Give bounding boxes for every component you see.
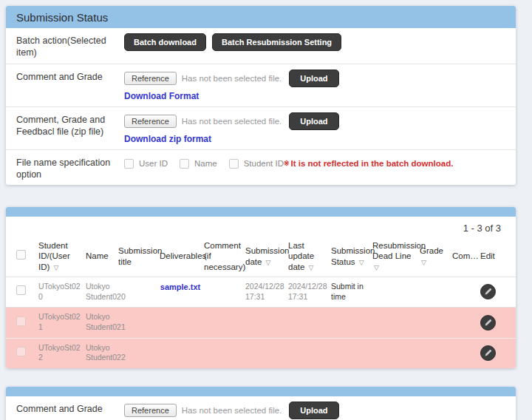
table-row: UTokyoSt021 Utokyo Student021 <box>6 308 516 338</box>
row-checkbox-disabled <box>16 316 26 326</box>
deliverables-cell <box>158 308 202 338</box>
name-cell: Utokyo Student020 <box>84 277 117 308</box>
resubmission-dead-line-cell <box>371 277 418 308</box>
panel-accent-bar <box>6 207 516 217</box>
last-update-date-cell <box>287 308 330 338</box>
submissions-table: Student ID/(User ID) ▽ Name Submission t… <box>6 236 516 368</box>
edit-button[interactable] <box>480 345 496 361</box>
submission-status-cell <box>330 338 371 368</box>
column-resubmission-dead-line[interactable]: Resubmission Dead Line ▽ <box>371 236 418 277</box>
table-header-row: Student ID/(User ID) ▽ Name Submission t… <box>6 236 516 277</box>
note-reference-mark: ※ <box>284 160 290 167</box>
pencil-icon <box>483 318 493 328</box>
file-name-option-row: File name specification option User ID N… <box>6 149 516 186</box>
comment-cell <box>202 277 244 308</box>
comment-grade-label: Comment and Grade <box>16 400 124 420</box>
submission-status-cell <box>330 308 371 338</box>
student-id-cell: UTokyoSt021 <box>37 308 84 338</box>
comment-grade-zip-row: Comment, Grade and Feedbacl file (zip fi… <box>6 106 516 149</box>
last-update-date-cell <box>287 338 330 368</box>
sort-icon: ▽ <box>266 259 271 266</box>
file-status-text: Has not been selected file. <box>182 74 282 83</box>
name-cell: Utokyo Student022 <box>84 338 117 368</box>
comment-short-cell <box>451 277 479 308</box>
submissions-table-panel: 1 - 3 of 3 Student ID/(User ID) ▽ Name S… <box>6 207 516 368</box>
comment-grade-row: Comment and Grade Reference Has not been… <box>6 64 516 106</box>
column-submission-status[interactable]: Submission Status ▽ <box>330 236 371 277</box>
sort-icon: ▽ <box>54 264 59 271</box>
batch-resubmission-setting-button[interactable]: Batch Resubmission Setting <box>212 33 341 51</box>
comment-cell <box>202 338 244 368</box>
resubmission-dead-line-cell <box>371 338 418 368</box>
name-cell: Utokyo Student021 <box>84 308 117 338</box>
upload-button[interactable]: Upload <box>289 402 338 419</box>
table-row: UTokyoSt020 Utokyo Student020 sample.txt… <box>6 277 516 308</box>
reference-button[interactable]: Reference <box>124 72 177 85</box>
sort-icon: ▽ <box>374 264 379 271</box>
name-checkbox[interactable] <box>180 159 189 169</box>
grade-cell <box>418 277 451 308</box>
row-checkbox[interactable] <box>16 285 26 295</box>
column-edit: Edit <box>479 236 516 277</box>
submission-status-panel: Submission Status Batch action(Selected … <box>6 6 516 185</box>
sort-icon: ▽ <box>421 259 426 266</box>
pagination-status: 1 - 3 of 3 <box>6 217 516 236</box>
file-status-text: Has not been selected file. <box>182 406 282 415</box>
deliverable-file-link[interactable]: sample.txt <box>160 282 200 291</box>
submission-date-cell <box>244 338 287 368</box>
submission-date-cell <box>244 308 287 338</box>
batch-action-row: Batch action(Selected item) Batch downlo… <box>6 28 516 64</box>
reference-button[interactable]: Reference <box>124 404 177 417</box>
sort-icon: ▽ <box>309 264 314 271</box>
edit-button[interactable] <box>480 284 496 299</box>
comment-grade-zip-label: Comment, Grade and Feedbacl file (zip fi… <box>16 111 124 145</box>
table-row: UTokyoSt022 Utokyo Student022 <box>6 338 516 368</box>
comment-grade-label: Comment and Grade <box>16 68 124 102</box>
column-submission-date[interactable]: Submission date ▽ <box>244 236 287 277</box>
column-submission-title: Submission title <box>117 236 158 277</box>
file-status-text: Has not been selected file. <box>182 117 282 126</box>
last-update-date-cell: 2024/12/28 17:31 <box>287 277 330 308</box>
sort-icon: ▽ <box>359 259 364 266</box>
batch-action-label: Batch action(Selected item) <box>16 32 124 59</box>
reference-button[interactable]: Reference <box>124 115 177 128</box>
download-format-link[interactable]: Download Format <box>124 91 199 101</box>
page-title: Submission Status <box>16 11 108 24</box>
batch-download-button[interactable]: Batch download <box>124 33 206 51</box>
pencil-icon <box>483 348 493 358</box>
column-comment: Comment (if necessary) <box>202 236 244 277</box>
file-name-option-label: File name specification option <box>16 154 124 181</box>
download-zip-format-link[interactable]: Download zip format <box>124 134 211 144</box>
student-id-checkbox[interactable] <box>229 159 239 169</box>
grade-cell <box>418 338 451 368</box>
pencil-icon <box>483 287 493 297</box>
submission-status-cell: Submit in time <box>330 277 371 308</box>
panel-accent-bar <box>6 387 516 396</box>
name-checkbox-label: Name <box>194 159 217 168</box>
student-id-cell: UTokyoSt020 <box>37 277 84 308</box>
bottom-actions-panel: Comment and Grade Reference Has not been… <box>6 387 516 420</box>
user-id-checkbox-label: User ID <box>139 159 168 168</box>
deliverables-cell <box>158 338 202 368</box>
column-last-update-date[interactable]: Last update date ▽ <box>287 236 330 277</box>
grade-cell <box>418 308 451 338</box>
column-name: Name <box>84 236 117 277</box>
student-id-cell: UTokyoSt022 <box>37 338 84 368</box>
upload-button[interactable]: Upload <box>289 70 338 87</box>
comment-short-cell <box>451 338 479 368</box>
batch-download-note: It is not reflected in the batch downloa… <box>291 159 454 168</box>
comment-short-cell <box>451 308 479 338</box>
user-id-checkbox[interactable] <box>124 159 134 169</box>
select-all-checkbox[interactable] <box>16 250 26 260</box>
column-student-id[interactable]: Student ID/(User ID) ▽ <box>37 236 84 277</box>
submission-date-cell: 2024/12/28 17:31 <box>244 277 287 308</box>
edit-button[interactable] <box>480 315 496 331</box>
column-comment-truncated: Com… <box>451 236 479 277</box>
row-checkbox-disabled <box>16 347 26 356</box>
student-id-checkbox-label: Student ID <box>244 159 284 168</box>
comment-cell <box>202 308 244 338</box>
panel-title-bar: Submission Status <box>6 6 516 28</box>
resubmission-dead-line-cell <box>371 308 418 338</box>
column-deliverables: Deliverables <box>158 236 202 277</box>
upload-button[interactable]: Upload <box>289 112 338 130</box>
